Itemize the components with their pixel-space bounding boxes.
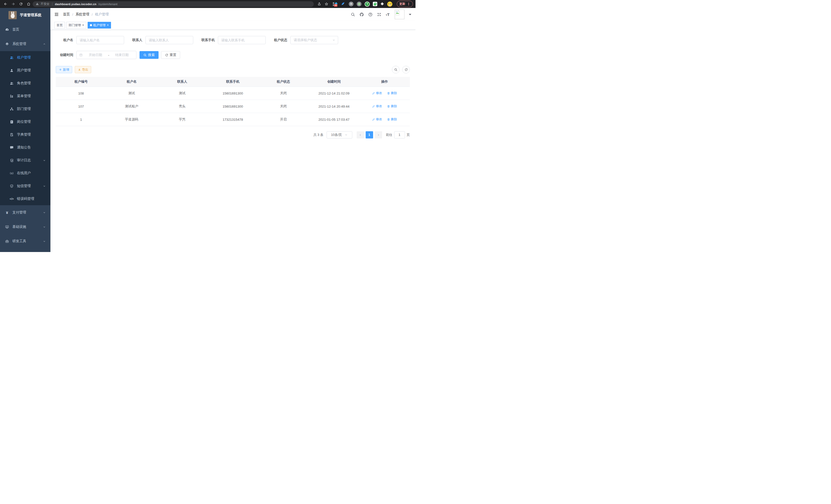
- download-icon: [78, 68, 81, 71]
- sidebar-item-devtools[interactable]: 研发工具: [0, 234, 50, 248]
- browser-menu-dots-icon[interactable]: ⋮: [407, 2, 410, 6]
- search-icon: [394, 68, 398, 71]
- toolbar-right: [392, 66, 410, 73]
- toolbox-icon: [5, 239, 9, 243]
- prev-page-button[interactable]: [357, 131, 364, 139]
- edit-link[interactable]: 修改: [372, 117, 382, 121]
- breadcrumb-system[interactable]: 系统管理: [76, 12, 89, 17]
- sidebar-item-notice[interactable]: 通知公告: [0, 141, 50, 154]
- refresh-icon: [165, 53, 168, 57]
- sidebar-item-tenant[interactable]: 租户管理: [0, 51, 50, 64]
- home-icon[interactable]: [27, 2, 31, 6]
- total-count: 共 3 条: [314, 133, 323, 137]
- fullscreen-icon[interactable]: [377, 12, 381, 17]
- browser-nav: [4, 2, 31, 6]
- message-icon: [10, 146, 13, 149]
- sidebar-item-role[interactable]: 角色管理: [0, 77, 50, 90]
- sidebar-item-post[interactable]: 岗位管理: [0, 115, 50, 128]
- search-icon[interactable]: [351, 12, 355, 17]
- plus-icon: [59, 68, 62, 71]
- sidebar-item-errorcode[interactable]: </> 错误码管理: [0, 192, 50, 205]
- reset-button[interactable]: 重置: [161, 51, 180, 59]
- table-row: 108 测试 测试 15601691300 关闭 2021-12-14 21:0…: [56, 87, 410, 100]
- goto-page-input[interactable]: [394, 131, 405, 139]
- back-icon[interactable]: [4, 2, 7, 6]
- delete-link[interactable]: 删除: [387, 91, 397, 95]
- update-button[interactable]: 更新 ⋮: [397, 1, 413, 7]
- next-page-button[interactable]: [375, 131, 382, 139]
- user-icon: [10, 68, 13, 72]
- toggle-search-button[interactable]: [392, 66, 400, 73]
- avatar[interactable]: [395, 9, 404, 19]
- trash-icon: [387, 92, 390, 95]
- date-range-picker[interactable]: 开始日期 - 结束日期: [76, 51, 137, 59]
- content: 租户名 联系人 联系手机 租户状态 请选择租户状态: [50, 30, 416, 252]
- ext-greendot-icon[interactable]: [357, 2, 362, 6]
- ext-chat-icon[interactable]: [373, 2, 377, 6]
- status-value: 关闭: [258, 87, 309, 100]
- browser-actions: 10 ⌘ Y 更新 ⋮: [317, 1, 413, 7]
- sidebar-item-auditlog[interactable]: 审计日志: [0, 154, 50, 167]
- close-icon[interactable]: ×: [107, 23, 109, 27]
- url-host: dashboard.yudao.iocoder.cn: [55, 3, 96, 6]
- url-bar[interactable]: 不安全 dashboard.yudao.iocoder.cn/system/te…: [33, 1, 314, 7]
- sidebar-item-user[interactable]: 用户管理: [0, 64, 50, 77]
- online-user-icon: [10, 171, 13, 175]
- filter-create-time: 创建时间 开始日期 - 结束日期: [56, 51, 137, 59]
- refresh-icon: [404, 68, 408, 71]
- tab-tenant-active[interactable]: 租户管理 ×: [88, 22, 111, 29]
- bookmark-star-icon[interactable]: [324, 2, 328, 6]
- font-size-icon[interactable]: TT: [386, 12, 390, 17]
- ext-y-icon[interactable]: Y: [365, 2, 370, 7]
- edit-link[interactable]: 修改: [372, 91, 382, 95]
- chevron-down-icon: [43, 159, 46, 162]
- sidebar-item-sms[interactable]: 短信管理: [0, 180, 50, 192]
- hamburger-collapse-icon[interactable]: [54, 12, 59, 17]
- edit-link[interactable]: 修改: [372, 104, 382, 109]
- help-icon[interactable]: [368, 12, 373, 17]
- page-1-button[interactable]: 1: [366, 131, 373, 139]
- url-path: /system/tenant: [98, 3, 117, 6]
- mobile-input[interactable]: [218, 36, 266, 44]
- delete-link[interactable]: 删除: [387, 104, 397, 109]
- sidebar-item-dict[interactable]: 字典管理: [0, 128, 50, 141]
- status-select[interactable]: 请选择租户状态: [290, 36, 338, 44]
- sidebar-item-infra[interactable]: 基础设施: [0, 219, 50, 234]
- goto-page: 前往 页: [386, 131, 410, 139]
- profile-avatar-icon[interactable]: [387, 2, 392, 7]
- search-button[interactable]: 搜索: [140, 51, 159, 59]
- github-icon[interactable]: [360, 12, 364, 17]
- export-button[interactable]: 导出: [75, 66, 91, 73]
- col-mobile: 联系手机: [208, 77, 258, 87]
- refresh-button[interactable]: [402, 66, 410, 73]
- tab-home[interactable]: 首页: [54, 22, 65, 29]
- extensions-puzzle-icon[interactable]: [380, 2, 384, 6]
- sidebar-item-menu[interactable]: 菜单管理: [0, 90, 50, 102]
- dashboard-icon: [5, 28, 9, 32]
- page-size-select[interactable]: 10条/页: [326, 131, 352, 139]
- sidebar-item-home[interactable]: 首页: [0, 22, 50, 37]
- add-button[interactable]: 新增: [56, 66, 72, 73]
- col-status: 租户状态: [258, 77, 309, 87]
- sidebar-item-system[interactable]: 系统管理: [0, 37, 50, 51]
- tab-dept[interactable]: 部门管理 ×: [66, 22, 86, 29]
- tenant-name-input[interactable]: [76, 36, 124, 44]
- sidebar-item-online[interactable]: 在线用户: [0, 167, 50, 180]
- sidebar-item-pay[interactable]: ¥ 支付管理: [0, 205, 50, 219]
- ext-command-icon[interactable]: ⌘: [349, 2, 353, 6]
- sidebar-item-dept[interactable]: 部门管理: [0, 102, 50, 115]
- reload-icon[interactable]: [19, 2, 23, 6]
- sidebar-logo[interactable]: 芋道管理系统: [0, 8, 50, 22]
- breadcrumb-home[interactable]: 首页: [63, 12, 70, 17]
- close-icon[interactable]: ×: [82, 23, 84, 27]
- status-value: 开启: [258, 113, 309, 126]
- share-icon[interactable]: [317, 2, 321, 6]
- avatar-caret-icon[interactable]: [409, 14, 411, 17]
- table-row: 1 芋道源码 芋艿 17321315478 开启 2021-01-05 17:0…: [56, 113, 410, 126]
- ext-diamond-icon[interactable]: 10: [333, 2, 338, 6]
- ext-kite-icon[interactable]: [341, 2, 346, 6]
- delete-link[interactable]: 删除: [387, 117, 397, 121]
- contact-input[interactable]: [145, 36, 193, 44]
- status-label: 租户状态: [274, 38, 287, 42]
- forward-icon[interactable]: [11, 2, 15, 6]
